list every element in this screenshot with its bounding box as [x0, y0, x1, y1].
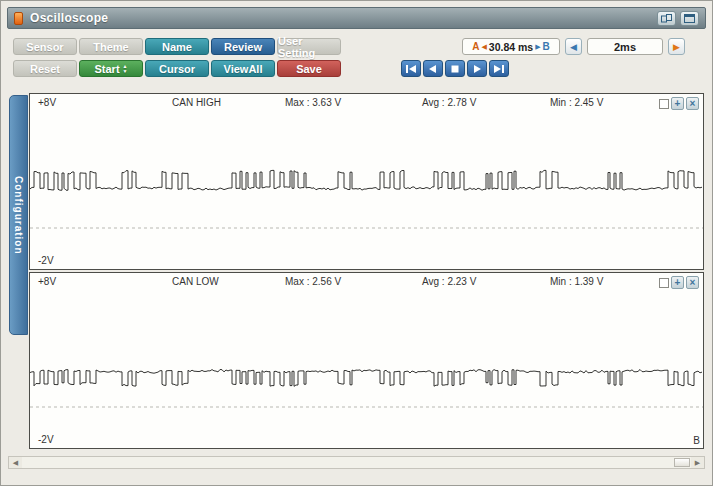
scroll-right-button[interactable]: ▶ [691, 457, 704, 468]
close-channel-button[interactable]: × [686, 97, 699, 110]
plus-icon: + [675, 99, 681, 109]
scrollbar-track[interactable] [22, 457, 674, 468]
save-button[interactable]: Save [277, 60, 341, 77]
panel-controls: + × [659, 276, 699, 289]
skip-start-icon [405, 64, 417, 74]
sensor-button-label: Sensor [26, 41, 63, 53]
avg-value-label: Avg : 2.78 V [422, 97, 476, 108]
viewall-button[interactable]: ViewAll [211, 60, 275, 77]
bottom-voltage-label: -2V [38, 255, 54, 266]
marker-b-label: B [543, 41, 550, 52]
reset-button[interactable]: Reset [13, 60, 77, 77]
stop-button[interactable] [445, 60, 465, 77]
max-value-label: Max : 2.56 V [285, 276, 341, 287]
timebase-select[interactable]: 2ms [587, 38, 663, 55]
panel-controls: + × [659, 97, 699, 110]
can-high-waveform-canvas [30, 94, 703, 269]
zoom-channel-button[interactable]: + [671, 97, 684, 110]
skip-to-start-button[interactable] [401, 60, 421, 77]
avg-value-label: Avg : 2.23 V [422, 276, 476, 287]
timebase-group: A ◀ 30.84 ms ▶ B ◀ 2ms ▶ [462, 38, 685, 55]
user-setting-button-label: User Setting [278, 35, 340, 59]
dual-window-icon [661, 14, 672, 23]
ab-time-range-display: A ◀ 30.84 ms ▶ B [462, 38, 560, 55]
marker-b-arrow-icon: ▶ [535, 43, 540, 51]
play-button[interactable] [467, 60, 487, 77]
bottom-voltage-label: -2V [38, 434, 54, 445]
review-button[interactable]: Review [211, 38, 275, 55]
toolbar-row-2: Reset Start ▲ ▼ Cursor ViewAll Save [13, 60, 341, 77]
app-icon [14, 12, 23, 25]
plus-icon: + [675, 278, 681, 288]
cursor-b-marker-label: B [693, 435, 700, 446]
start-stepper-icon: ▲ ▼ [123, 64, 128, 74]
min-value-label: Min : 2.45 V [550, 97, 603, 108]
save-button-label: Save [296, 63, 322, 75]
playback-controls [401, 60, 509, 77]
close-channel-button[interactable]: × [686, 276, 699, 289]
channel-name-label: CAN LOW [172, 276, 219, 287]
scrollbar-thumb[interactable] [674, 458, 690, 467]
tile-view-button[interactable] [657, 11, 676, 26]
theme-button-label: Theme [93, 41, 128, 53]
name-button[interactable]: Name [145, 38, 209, 55]
waveform-panel-can-high: +8V CAN HIGH Max : 3.63 V Avg : 2.78 V M… [29, 93, 704, 270]
toolbar-row-1: Sensor Theme Name Review User Setting [13, 38, 341, 55]
step-back-button[interactable] [423, 60, 443, 77]
waveform-panel-can-low: +8V CAN LOW Max : 2.56 V Avg : 2.23 V Mi… [29, 272, 704, 449]
title-bar: Oscilloscope [7, 7, 706, 29]
min-value-label: Min : 1.39 V [550, 276, 603, 287]
skip-to-end-button[interactable] [489, 60, 509, 77]
waveform-area: +8V CAN HIGH Max : 3.63 V Avg : 2.78 V M… [29, 93, 704, 451]
step-back-icon [428, 64, 438, 74]
window-title: Oscilloscope [30, 11, 653, 25]
marker-a-label: A [472, 41, 479, 52]
channel-name-label: CAN HIGH [172, 97, 221, 108]
close-icon: × [690, 278, 696, 288]
scroll-left-button[interactable]: ◀ [9, 457, 22, 468]
right-arrow-icon: ▶ [673, 42, 680, 52]
marker-a-arrow-icon: ◀ [481, 43, 486, 51]
start-button-label: Start [94, 63, 119, 75]
start-button[interactable]: Start ▲ ▼ [79, 60, 143, 77]
scroll-left-icon: ◀ [13, 459, 18, 467]
user-setting-button[interactable]: User Setting [277, 38, 341, 55]
horizontal-scrollbar: ◀ ▶ [8, 456, 705, 469]
ab-time-value: 30.84 ms [489, 41, 533, 53]
single-window-icon [684, 14, 695, 23]
scroll-right-icon: ▶ [695, 459, 700, 467]
stepper-down-icon: ▼ [123, 69, 128, 74]
skip-end-icon [493, 64, 505, 74]
timebase-decrease-button[interactable]: ◀ [565, 38, 582, 55]
review-button-label: Review [224, 41, 262, 53]
top-voltage-label: +8V [38, 97, 56, 108]
timebase-increase-button[interactable]: ▶ [668, 38, 685, 55]
stop-icon [450, 64, 460, 74]
left-arrow-icon: ◀ [570, 42, 577, 52]
configuration-tab-label: Configuration [13, 176, 24, 255]
configuration-tab[interactable]: Configuration [9, 95, 28, 335]
max-value-label: Max : 3.63 V [285, 97, 341, 108]
top-voltage-label: +8V [38, 276, 56, 287]
zoom-channel-button[interactable]: + [671, 276, 684, 289]
timebase-value: 2ms [614, 41, 636, 53]
reset-button-label: Reset [30, 63, 60, 75]
oscilloscope-window: Oscilloscope Sensor Theme Name Review Us… [0, 0, 713, 486]
sensor-button[interactable]: Sensor [13, 38, 77, 55]
theme-button[interactable]: Theme [79, 38, 143, 55]
cursor-button[interactable]: Cursor [145, 60, 209, 77]
single-view-button[interactable] [680, 11, 699, 26]
channel-checkbox[interactable] [659, 278, 669, 288]
channel-checkbox[interactable] [659, 99, 669, 109]
viewall-button-label: ViewAll [224, 63, 263, 75]
name-button-label: Name [162, 41, 192, 53]
can-low-waveform-canvas [30, 273, 703, 448]
cursor-button-label: Cursor [159, 63, 195, 75]
play-icon [472, 64, 482, 74]
close-icon: × [690, 99, 696, 109]
